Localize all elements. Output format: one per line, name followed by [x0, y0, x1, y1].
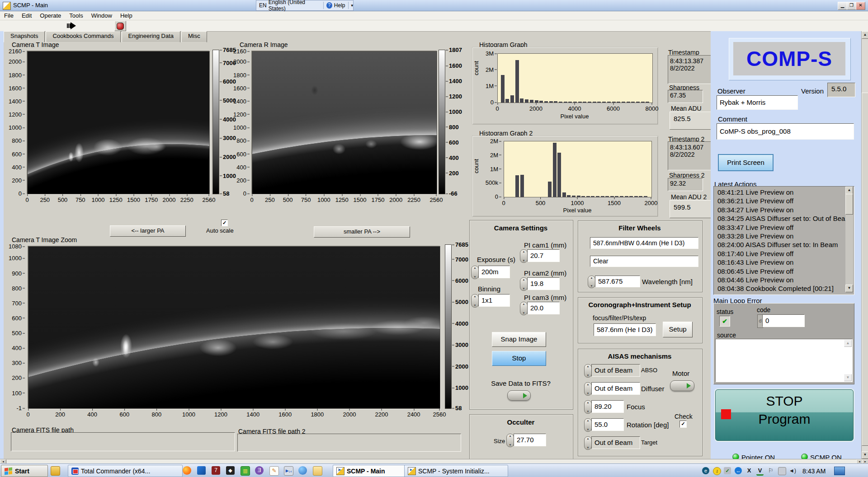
folder-icon[interactable] [51, 466, 60, 476]
fits-path-1-field[interactable] [11, 432, 235, 451]
rotation-field[interactable]: 55.0 [591, 418, 624, 431]
downloader-icon[interactable] [197, 466, 206, 475]
scroll-up-icon[interactable]: ▲ [844, 340, 852, 347]
observer-field[interactable]: Rybak + Morris [717, 95, 798, 110]
emacs-icon[interactable]: Ǝ [255, 466, 264, 475]
display-icon[interactable] [778, 467, 786, 475]
check-checkbox[interactable]: ✓ [679, 421, 687, 428]
scheduler-icon[interactable] [298, 466, 307, 475]
task-total-commander[interactable]: Total Commander (x64... [68, 465, 183, 477]
setup-button[interactable]: Setup [663, 322, 693, 337]
camera-r-image[interactable] [252, 51, 437, 194]
auto-scale-checkbox[interactable]: ✓ [221, 220, 228, 226]
menu-item[interactable]: Tools [65, 12, 87, 19]
volume-icon[interactable]: ◄) [789, 467, 796, 474]
histogram-1-plot[interactable] [497, 53, 653, 103]
motor-toggle[interactable] [670, 380, 694, 391]
menu-item[interactable]: Edit [18, 12, 36, 19]
media-player-icon[interactable]: ▶₁₄ [284, 466, 293, 476]
pi-cam2-spinner[interactable] [520, 277, 528, 291]
stop-program-button[interactable]: STOP Program [715, 389, 854, 441]
latest-actions-list[interactable]: 08:41:21 Live Preview on08:36:21 Live Pr… [713, 186, 854, 295]
occulter-size-spinner[interactable] [506, 434, 514, 447]
start-button[interactable]: Start [1, 465, 48, 477]
camera-zoom-image[interactable] [28, 246, 440, 409]
pi-cam2-field[interactable]: 19.8 [527, 277, 560, 290]
source-field[interactable]: ▲ ▼ [715, 339, 853, 382]
code-field[interactable]: 0 [762, 314, 805, 327]
smaller-pa-button[interactable]: smaller PA --> [314, 226, 410, 238]
abso-spinner[interactable] [584, 364, 592, 378]
scroll-down-icon[interactable]: ▼ [845, 285, 853, 292]
scroll-down-icon[interactable]: ▼ [862, 451, 868, 459]
vcxsrv-icon[interactable]: V [756, 467, 764, 476]
action-item[interactable]: 08:34:27 Live Preview on [714, 206, 854, 214]
action-item[interactable]: 08:04:38 Cookbook Completed [00:21] [714, 284, 854, 293]
binning-field[interactable]: 1x1 [478, 294, 510, 307]
scrollbar-thumb[interactable] [862, 93, 868, 446]
tab[interactable]: Engineering Data [122, 31, 180, 42]
exposure-spinner[interactable] [471, 266, 479, 279]
scrollbar-thumb[interactable] [845, 194, 853, 215]
target-spinner[interactable] [584, 436, 592, 450]
abso-field[interactable]: Out of Beam [591, 364, 640, 377]
clock[interactable]: 8:43 AM [802, 468, 826, 475]
fits-path-2-field[interactable] [237, 434, 461, 452]
histogram-2-plot[interactable] [504, 141, 652, 197]
7zip-icon[interactable]: 7 [212, 466, 220, 475]
print-screen-button[interactable]: Print Screen [718, 154, 774, 171]
comment-field[interactable]: CoMP-S obs_prog_008 [717, 123, 854, 140]
save-fits-toggle[interactable] [507, 390, 531, 401]
action-item[interactable]: 08:33:28 Live Preview on [714, 232, 854, 240]
vertical-scrollbar[interactable]: ▲ ▼ [861, 31, 868, 459]
pi-cam3-spinner[interactable] [520, 302, 528, 315]
diffuser-field[interactable]: Out of Beam [591, 382, 640, 395]
folders-copy-icon[interactable] [313, 466, 322, 476]
x-server-icon[interactable]: X [745, 467, 753, 474]
language-code[interactable]: EN [256, 2, 269, 9]
exposure-field[interactable]: 200m [478, 266, 510, 278]
language-name[interactable]: English (United States) [269, 0, 321, 12]
larger-pa-button[interactable]: <-- larger PA [110, 225, 186, 237]
rotation-spinner[interactable] [584, 418, 592, 432]
abort-button[interactable] [114, 21, 126, 31]
scroll-up-icon[interactable]: ▲ [862, 31, 868, 39]
camera-r-colorbar[interactable] [439, 50, 445, 194]
task-scmp-main[interactable]: SCMP - Main [333, 465, 408, 477]
key-icon[interactable]: ⚷ [713, 467, 721, 475]
action-item[interactable]: 08:24:00 AISAS Diffuser set to: In Beam [714, 240, 854, 249]
action-item[interactable]: 08:06:45 Live Preview off [714, 267, 854, 276]
binning-spinner[interactable] [471, 294, 479, 308]
task-scmp-init[interactable]: SCMP - System Initializ... [404, 465, 508, 477]
tab[interactable]: Misc [181, 31, 207, 42]
action-item[interactable]: 08:17:40 Live Preview off [714, 249, 854, 258]
title-bar[interactable]: SCMP - Main ▁ ❐ ✕ [0, 0, 868, 11]
action-item[interactable]: 08:34:25 AISAS Diffuser set to: Out of B… [714, 214, 854, 223]
flag-icon[interactable]: ⚐ [767, 467, 774, 474]
wavelength-spinner[interactable] [588, 276, 595, 288]
menu-item[interactable]: File [0, 12, 18, 19]
teamviewer-icon[interactable]: ↔ [735, 467, 742, 474]
scroll-down-icon[interactable]: ▼ [844, 374, 852, 381]
filter-wheel-1-select[interactable]: 587.6nm/HBW 0.44nm (He I D3) [590, 237, 698, 249]
wavelength-field[interactable]: 587.675 [595, 276, 640, 287]
language-bar[interactable]: EN English (United States) ? Help ▾ [256, 0, 354, 11]
action-item[interactable]: 08:04:46 Live Preview on [714, 276, 854, 284]
menu-item[interactable]: Window [87, 12, 116, 19]
eset-icon[interactable]: e [702, 467, 709, 474]
action-item[interactable]: 08:41:21 Live Preview on [714, 188, 854, 196]
focus-field[interactable]: 89.20 [591, 400, 624, 413]
action-item[interactable]: 08:36:21 Live Preview off [714, 196, 854, 205]
menu-item[interactable]: Operate [36, 12, 65, 19]
diffuser-spinner[interactable] [584, 382, 592, 396]
target-field[interactable]: Out of Beam [591, 436, 640, 449]
occulter-size-field[interactable]: 27.70 [514, 434, 546, 446]
diamond-app-icon[interactable]: ◆ [226, 466, 235, 475]
firefox-icon[interactable] [183, 466, 191, 475]
menu-item[interactable]: Help [116, 12, 137, 19]
help-icon[interactable]: ? [326, 2, 332, 9]
show-desktop-icon[interactable] [834, 467, 845, 475]
minimize-button[interactable]: ▁ [838, 2, 847, 10]
filter-wheel-2-select[interactable]: Clear [590, 256, 698, 267]
notepad-icon[interactable]: ✎ [269, 466, 279, 476]
